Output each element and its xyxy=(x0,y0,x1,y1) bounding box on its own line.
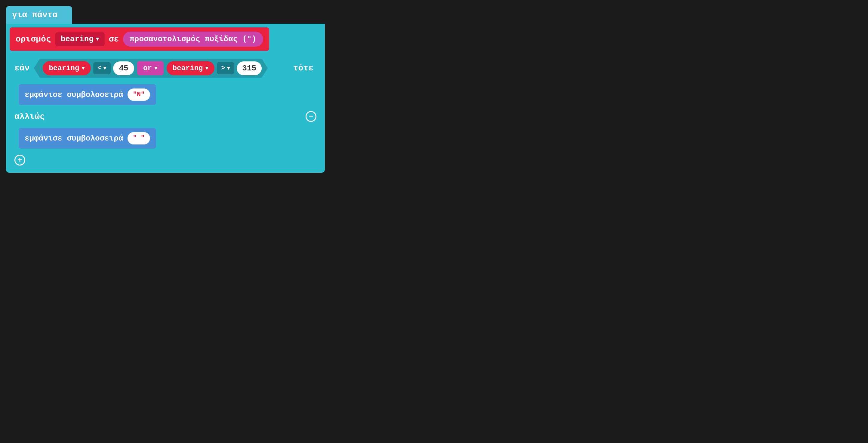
bearing-var-1[interactable]: bearing ▼ xyxy=(43,61,91,75)
show-string-label-2: εμφάνισε συμβολοσειρά xyxy=(25,134,123,143)
else-label: αλλιώς xyxy=(14,112,45,121)
sub-condition-right: bearing ▼ > ▼ 315 xyxy=(166,61,262,75)
value-45[interactable]: 45 xyxy=(113,61,134,75)
else-body: εμφάνισε συμβολοσειρά " " xyxy=(10,125,321,151)
else-row: αλλιώς − xyxy=(10,108,321,125)
set-connector: σε xyxy=(109,35,119,44)
op-arrow-2: ▼ xyxy=(227,65,230,71)
remove-else-button[interactable]: − xyxy=(306,111,316,122)
bearing-dropdown-arrow-2: ▼ xyxy=(206,65,209,71)
bearing-var-2[interactable]: bearing ▼ xyxy=(166,61,215,75)
if-block: εάν bearing ▼ < ▼ 45 xyxy=(10,55,321,169)
value-315[interactable]: 315 xyxy=(237,61,262,75)
forever-block: για πάντα ορισμός bearing ▼ σε προσανατο… xyxy=(6,6,325,173)
or-arrow: ▼ xyxy=(154,65,158,71)
if-footer: + xyxy=(10,151,321,169)
then-label: τότε xyxy=(293,63,316,73)
compass-sensor-block[interactable]: προσανατολισμός πυξίδας (°) xyxy=(123,32,263,47)
string-value-n[interactable]: "N" xyxy=(127,88,150,101)
show-string-label-1: εμφάνισε συμβολοσειρά xyxy=(25,90,123,99)
then-body: εμφάνισε συμβολοσειρά "N" xyxy=(10,82,321,108)
bearing-dropdown-arrow-1: ▼ xyxy=(82,65,85,71)
add-branch-button[interactable]: + xyxy=(14,155,25,166)
set-block: ορισμός bearing ▼ σε προσανατολισμός πυξ… xyxy=(10,27,269,51)
string-value-empty[interactable]: " " xyxy=(127,132,150,144)
sub-condition-left: bearing ▼ < ▼ 45 xyxy=(43,61,134,75)
op-dropdown-lt[interactable]: < ▼ xyxy=(93,62,111,74)
set-prefix: ορισμός xyxy=(16,35,51,44)
op-dropdown-gt[interactable]: > ▼ xyxy=(217,62,234,74)
bearing-var-dropdown-set[interactable]: bearing ▼ xyxy=(55,32,105,46)
if-header: εάν bearing ▼ < ▼ 45 xyxy=(10,55,321,82)
show-string-block-n: εμφάνισε συμβολοσειρά "N" xyxy=(19,84,156,105)
forever-body: ορισμός bearing ▼ σε προσανατολισμός πυξ… xyxy=(6,24,325,173)
dropdown-arrow-icon: ▼ xyxy=(96,36,99,42)
or-operator[interactable]: or ▼ xyxy=(137,61,164,75)
if-label: εάν xyxy=(14,63,29,73)
forever-label[interactable]: για πάντα xyxy=(6,6,72,24)
op-arrow-1: ▼ xyxy=(103,65,106,71)
condition-shape: bearing ▼ < ▼ 45 or ▼ xyxy=(34,59,268,78)
show-string-block-empty: εμφάνισε συμβολοσειρά " " xyxy=(19,128,156,149)
